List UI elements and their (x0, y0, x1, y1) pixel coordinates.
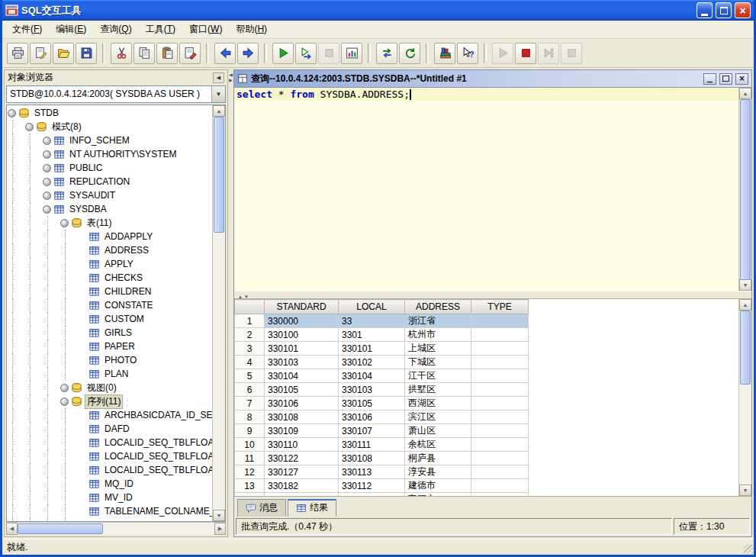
scrollbar-thumb[interactable] (18, 523, 103, 534)
table-row[interactable]: 4330103330102下城区 (235, 356, 529, 369)
results-vertical-scrollbar[interactable] (738, 299, 751, 496)
tree-node[interactable]: CONSTATE (7, 298, 212, 312)
collapse-panel-button[interactable] (213, 72, 224, 83)
data-cell[interactable]: 330108 (339, 452, 405, 465)
tree-node[interactable]: GIRLS (7, 326, 212, 340)
tree-node[interactable]: PAPER (7, 340, 212, 353)
row-number-cell[interactable]: 7 (235, 397, 265, 411)
scroll-right-icon[interactable] (214, 523, 226, 535)
data-cell[interactable]: 330000 (265, 314, 339, 328)
frame-close-button[interactable] (735, 73, 748, 85)
data-cell[interactable]: 330110 (265, 438, 339, 452)
data-cell[interactable]: 330182 (265, 479, 339, 493)
expand-toggle-icon[interactable] (60, 384, 69, 392)
tree-node[interactable]: LOCALID_SEQ_TBLFLOAT (7, 463, 212, 477)
data-cell[interactable]: 3301 (339, 328, 405, 342)
tab-results[interactable]: 结果 (288, 499, 336, 517)
data-cell[interactable]: 杭州市 (405, 328, 471, 342)
data-cell[interactable]: 桐庐县 (405, 452, 471, 465)
table-row[interactable]: 133000033浙江省 (235, 314, 529, 328)
tree-node[interactable]: NT AUTHORITY\SYSTEM (7, 147, 212, 161)
expand-toggle-icon[interactable] (8, 109, 16, 118)
scrollbar-track[interactable] (739, 99, 751, 279)
stop-button[interactable] (515, 43, 536, 64)
column-header[interactable]: STANDARD (265, 300, 339, 314)
data-cell[interactable] (471, 397, 529, 411)
expand-toggle-icon[interactable] (25, 123, 34, 131)
tree-horizontal-scrollbar[interactable] (6, 522, 226, 535)
data-cell[interactable]: 330127 (265, 465, 339, 479)
expand-toggle-icon[interactable] (43, 150, 51, 159)
row-number-cell[interactable]: 9 (235, 424, 265, 438)
scrollbar-thumb[interactable] (740, 99, 751, 280)
table-row[interactable]: 10330110330111余杭区 (235, 438, 529, 452)
menu-item-tools[interactable]: 工具(T) (139, 21, 182, 38)
context-help-button[interactable]: ? (457, 43, 478, 64)
vertical-splitter[interactable] (228, 69, 233, 537)
data-cell[interactable]: 330107 (339, 424, 405, 438)
tree-node[interactable]: 序列(11) (7, 394, 212, 408)
column-header[interactable]: LOCAL (339, 300, 405, 314)
tree-node[interactable]: MV_ID (7, 491, 212, 504)
table-row[interactable]: 12330127330113淳安县 (235, 465, 529, 479)
frame-maximize-button[interactable] (719, 73, 732, 85)
tree-node[interactable]: TESTBLOB_A_SEQ (7, 518, 212, 521)
scrollbar-track[interactable] (739, 311, 751, 485)
query-window-titlebar[interactable]: 查询--10.0.4.124:2003.STDB.SYSDBA--*Untitl… (234, 70, 751, 88)
print-button[interactable] (7, 43, 28, 64)
data-cell[interactable] (471, 369, 529, 383)
data-cell[interactable]: 330101 (265, 342, 339, 356)
data-cell[interactable] (471, 356, 529, 369)
expand-toggle-icon[interactable] (43, 178, 51, 186)
step-button[interactable] (538, 43, 559, 64)
data-cell[interactable]: 建德市 (405, 479, 471, 493)
scroll-down-icon[interactable] (739, 485, 751, 496)
menu-item-edit[interactable]: 编辑(E) (49, 21, 93, 38)
compare-button[interactable] (376, 43, 397, 64)
table-row[interactable]: 3330101330101上城区 (235, 342, 529, 356)
expand-toggle-icon[interactable] (60, 219, 69, 227)
resume-button[interactable] (492, 43, 513, 64)
tree-vertical-scrollbar[interactable] (212, 105, 225, 521)
column-header[interactable]: ADDRESS (405, 300, 471, 314)
row-number-cell[interactable]: 2 (235, 328, 265, 342)
row-number-cell[interactable]: 12 (235, 465, 265, 479)
edit-sql-button[interactable] (179, 43, 201, 64)
data-cell[interactable]: 330105 (339, 397, 405, 411)
tree-node[interactable]: INFO_SCHEM (7, 134, 212, 147)
connection-combobox[interactable]: STDB@10.0.4.124:2003( SYSDBA AS USER ) (6, 85, 226, 103)
tree-node[interactable]: CHILDREN (7, 285, 212, 298)
tree-node[interactable]: 模式(8) (7, 120, 212, 134)
scrollbar-thumb[interactable] (740, 311, 751, 385)
combo-dropdown-button[interactable] (211, 86, 225, 102)
minimize-button[interactable] (696, 2, 713, 18)
column-header[interactable] (235, 300, 265, 314)
halt-button[interactable] (561, 43, 582, 64)
data-cell[interactable] (471, 411, 529, 424)
expand-toggle-icon[interactable] (60, 398, 69, 406)
data-cell[interactable] (471, 452, 529, 465)
data-cell[interactable]: 330104 (265, 369, 339, 383)
tree-node[interactable]: APPLY (7, 257, 212, 271)
scroll-left-icon[interactable] (6, 523, 18, 535)
editor-vertical-scrollbar[interactable] (738, 88, 751, 291)
copy-button[interactable] (134, 43, 155, 64)
cut-button[interactable] (111, 43, 132, 64)
tree-node[interactable]: ADDAPPLY (7, 230, 212, 243)
scroll-down-icon[interactable] (739, 279, 751, 291)
menu-item-help[interactable]: 帮助(H) (229, 21, 274, 38)
scrollbar-thumb[interactable] (214, 117, 224, 233)
data-cell[interactable]: 330104 (339, 369, 405, 383)
data-cell[interactable] (471, 465, 529, 479)
tree-node[interactable]: STDB (7, 106, 212, 120)
row-number-cell[interactable]: 1 (235, 314, 265, 328)
table-row[interactable]: 23301003301杭州市 (235, 328, 529, 342)
data-cell[interactable] (471, 328, 529, 342)
data-cell[interactable]: 浙江省 (405, 314, 471, 328)
row-number-cell[interactable]: 3 (235, 342, 265, 356)
row-number-cell[interactable]: 8 (235, 411, 265, 424)
data-cell[interactable] (471, 314, 529, 328)
data-cell[interactable]: 西湖区 (405, 397, 471, 411)
menu-item-query[interactable]: 查询(Q) (93, 21, 138, 38)
tree-node[interactable]: ARCHBASICDATA_ID_SEQ (7, 408, 212, 422)
